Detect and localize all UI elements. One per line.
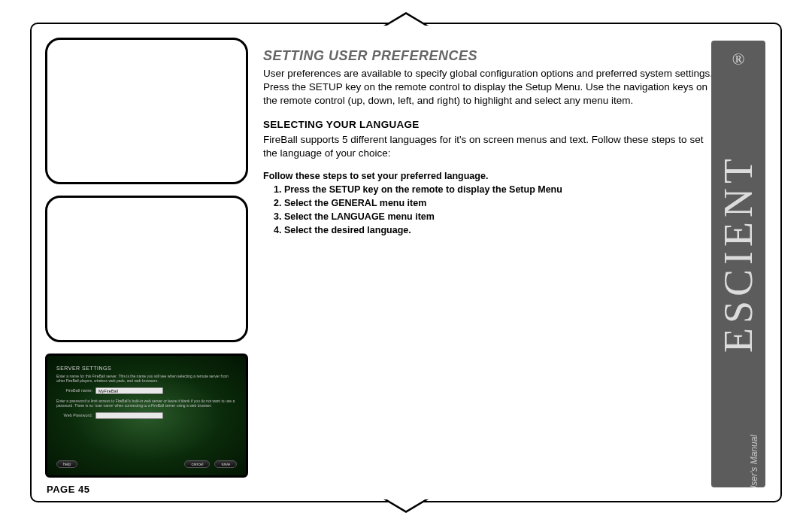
cancel-button[interactable]: cancel: [184, 460, 210, 468]
screenshot-title: SERVER SETTINGS: [56, 365, 237, 372]
help-button[interactable]: help: [56, 460, 77, 468]
sidebar: ® ESCIENT FireBall™ ZP-1 User's Manual: [711, 41, 765, 487]
image-placeholder-2: [45, 196, 248, 342]
section-title: SETTING USER PREFERENCES: [263, 48, 714, 64]
content-area: SERVER SETTINGS Enter a name for this Fi…: [45, 38, 722, 489]
language-paragraph: FireBall supports 5 different languages …: [263, 133, 714, 160]
page-number: PAGE 45: [47, 484, 89, 495]
intro-paragraph: User preferences are available to specif…: [263, 67, 714, 108]
step-3: 3. Select the LANGUAGE menu item: [274, 210, 714, 223]
steps-lead: Follow these steps to set your preferred…: [263, 171, 714, 181]
step-1: 1. Press the SETUP key on the remote to …: [274, 183, 714, 196]
step-4: 4. Select the desired language.: [274, 223, 714, 237]
subheading-language: SELECTING YOUR LANGUAGE: [263, 119, 714, 130]
frame-notch-top-fill: [386, 14, 426, 26]
save-button[interactable]: save: [214, 460, 237, 468]
frame-notch-bottom-fill: [386, 499, 426, 511]
image-placeholder-1: [45, 38, 248, 184]
step-2: 2. Select the GENERAL menu item: [274, 196, 714, 210]
steps-list: 1. Press the SETUP key on the remote to …: [263, 183, 714, 238]
web-password-input[interactable]: [95, 412, 163, 419]
sidebar-subtitle: FireBall™ ZP-1 User's Manual: [749, 435, 759, 487]
screenshot-desc-1: Enter a name for this FireBall server. T…: [56, 374, 237, 383]
server-settings-screenshot: SERVER SETTINGS Enter a name for this Fi…: [45, 354, 248, 478]
registered-mark: ®: [732, 50, 745, 69]
brand-logo-text: ESCIENT: [715, 154, 762, 353]
screenshot-buttons: help cancel save: [56, 460, 237, 468]
right-column: SETTING USER PREFERENCES User preference…: [263, 38, 722, 489]
left-column: SERVER SETTINGS Enter a name for this Fi…: [45, 38, 248, 489]
manual-page: SERVER SETTINGS Enter a name for this Fi…: [0, 0, 812, 525]
fireball-name-input[interactable]: MyFireBall: [95, 387, 163, 394]
screenshot-body: SERVER SETTINGS Enter a name for this Fi…: [56, 365, 237, 419]
screenshot-desc-2: Enter a password to limit access to Fire…: [56, 399, 237, 408]
web-password-label: Web Password:: [56, 413, 92, 418]
fireball-name-label: FireBall name:: [56, 388, 92, 393]
